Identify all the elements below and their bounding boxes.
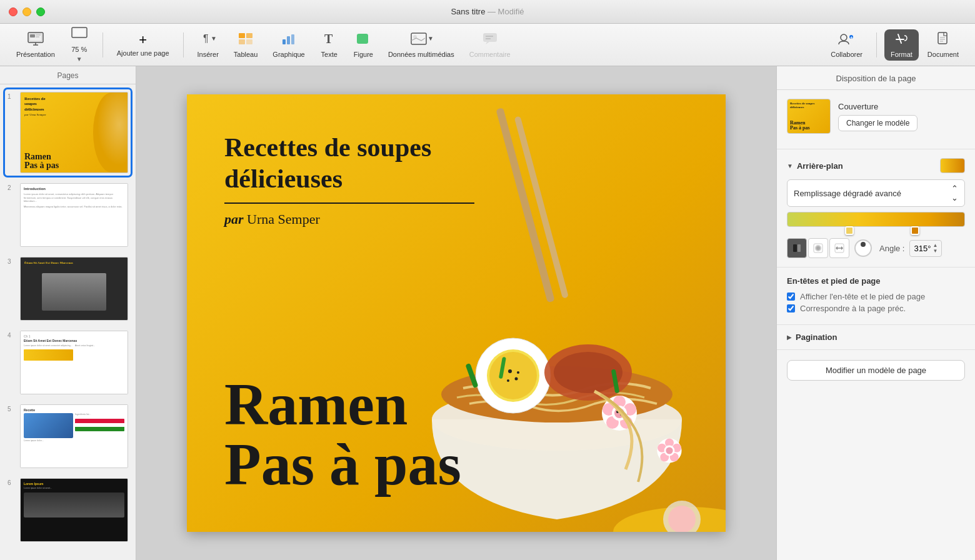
shape-icon bbox=[355, 32, 371, 48]
angle-indicator bbox=[861, 242, 866, 247]
angle-stepper[interactable]: ▲ ▼ bbox=[933, 243, 938, 254]
shape-button[interactable]: Figure bbox=[348, 29, 379, 61]
page-num-4: 4 bbox=[8, 332, 16, 339]
match-prev-checkbox[interactable] bbox=[787, 304, 795, 312]
svg-point-68 bbox=[666, 447, 672, 454]
page-thumb-5: Recette Lorem ipsum dolor... Ingredients… bbox=[20, 404, 128, 468]
text-label: Texte bbox=[321, 51, 338, 58]
angle-style-buttons bbox=[787, 238, 849, 258]
svg-text:▼: ▼ bbox=[428, 35, 432, 42]
angle-wheel[interactable] bbox=[854, 239, 872, 257]
cover-model-row: Recettes de soupes délicieuses RamenPas … bbox=[787, 99, 965, 134]
pagination-section[interactable]: ▶ Pagination bbox=[777, 325, 975, 350]
page-item-4[interactable]: 4 Ch 1 Etiam Sit Amet Est Donec Marcenas… bbox=[5, 328, 131, 397]
pages-list: 1 Recettes de soupes délicieuses par Urn… bbox=[0, 84, 136, 560]
right-panel: Disposition de la page Recettes de soupe… bbox=[776, 66, 975, 560]
document-icon bbox=[935, 32, 951, 48]
svg-rect-4 bbox=[30, 34, 35, 38]
text-icon: T bbox=[321, 32, 338, 48]
headers-title: En-têtes et pied de page bbox=[787, 276, 965, 286]
svg-point-43 bbox=[507, 379, 509, 382]
close-button[interactable] bbox=[9, 8, 18, 16]
collaborate-label: Collaborer bbox=[831, 51, 862, 58]
fullscreen-button[interactable] bbox=[36, 8, 45, 16]
gradient-direction-btn[interactable] bbox=[829, 238, 849, 258]
cover-thumbnail: Recettes de soupes délicieuses RamenPas … bbox=[787, 99, 831, 134]
comment-button[interactable]: Commentaire bbox=[463, 29, 517, 61]
chart-icon bbox=[281, 32, 297, 48]
angle-up[interactable]: ▲ bbox=[933, 243, 938, 248]
show-header-row: Afficher l'en-tête et le pied de page bbox=[787, 292, 965, 301]
svg-point-77 bbox=[816, 246, 820, 250]
format-label: Format bbox=[891, 51, 912, 58]
cover-text-area: Recettes de soupes délicieuses par Urna … bbox=[224, 132, 474, 228]
background-color-swatch[interactable] bbox=[940, 158, 965, 173]
cover-divider bbox=[224, 202, 474, 204]
separator-2 bbox=[183, 32, 184, 58]
add-page-button[interactable]: + Ajouter une page bbox=[111, 31, 176, 59]
page-thumb-1: Recettes de soupes délicieuses par Urna … bbox=[20, 92, 128, 173]
gradient-bar-container bbox=[787, 212, 965, 227]
svg-point-42 bbox=[515, 378, 518, 381]
page-item-3[interactable]: 3 Étiam Sit Amet Est Donec Marcenas bbox=[5, 254, 131, 323]
modify-model-button[interactable]: Modifier un modèle de page bbox=[787, 360, 965, 381]
zoom-button[interactable]: 75 % ▼ bbox=[64, 24, 95, 65]
svg-rect-73 bbox=[793, 244, 797, 252]
pages-header: Pages bbox=[0, 66, 136, 84]
minimize-button[interactable] bbox=[22, 8, 31, 16]
page-item-5[interactable]: 5 Recette Lorem ipsum dolor... Ingredien… bbox=[5, 402, 131, 471]
media-button[interactable]: ▼ Données multimédias bbox=[382, 29, 461, 61]
pagination-chevron: ▶ bbox=[787, 334, 792, 341]
page-thumb-4: Ch 1 Etiam Sit Amet Est Donec Marcenas L… bbox=[20, 331, 128, 394]
chart-label: Graphique bbox=[272, 51, 304, 58]
gradient-stop-orange[interactable] bbox=[911, 226, 919, 235]
page-item-2[interactable]: 2 Introduction Lorem ipsum dolor sit ame… bbox=[5, 181, 131, 249]
angle-down[interactable]: ▼ bbox=[933, 249, 938, 254]
presentation-button[interactable]: Présentation bbox=[10, 29, 61, 61]
show-header-checkbox[interactable] bbox=[787, 292, 795, 301]
cover-big-title: Ramen Pas à pas bbox=[224, 374, 461, 494]
svg-text:¶: ¶ bbox=[203, 33, 209, 44]
svg-rect-8 bbox=[73, 29, 86, 36]
angle-value-input[interactable]: 315° ▲ ▼ bbox=[909, 240, 942, 257]
svg-point-71 bbox=[668, 506, 696, 532]
document-button[interactable]: Document bbox=[921, 29, 965, 61]
media-label: Données multimédias bbox=[388, 51, 454, 58]
show-header-label[interactable]: Afficher l'en-tête et le pied de page bbox=[800, 292, 925, 301]
chart-button[interactable]: Graphique bbox=[266, 29, 311, 61]
match-prev-label[interactable]: Correspondre à la page préc. bbox=[800, 304, 906, 313]
collaborate-button[interactable]: + Collaborer bbox=[824, 29, 869, 61]
background-section: ▼ Arrière-plan Remplissage dégradé avanc… bbox=[777, 149, 975, 268]
insert-label: Insérer bbox=[198, 51, 219, 58]
svg-rect-16 bbox=[287, 36, 290, 44]
text-button[interactable]: T Texte bbox=[314, 29, 345, 61]
svg-text:+: + bbox=[850, 35, 853, 41]
gradient-stop-yellow[interactable] bbox=[845, 226, 854, 235]
cover-bottom-text: Ramen Pas à pas bbox=[224, 374, 461, 494]
table-button[interactable]: Tableau bbox=[228, 29, 264, 61]
cover-model-name: Couverture bbox=[838, 102, 918, 111]
change-model-button[interactable]: Changer le modèle bbox=[838, 115, 918, 131]
gradient-linear-btn[interactable] bbox=[787, 238, 807, 258]
page-num-6: 6 bbox=[8, 479, 16, 486]
svg-rect-29 bbox=[938, 32, 947, 44]
cover-model-section: Recettes de soupes délicieuses RamenPas … bbox=[777, 90, 975, 149]
format-button[interactable]: Format bbox=[884, 29, 919, 61]
background-chevron: ▼ bbox=[787, 162, 793, 169]
fill-type-dropdown[interactable]: Remplissage dégradé avancé ⌃⌄ bbox=[787, 179, 965, 207]
gradient-bar[interactable] bbox=[787, 212, 965, 227]
angle-label: Angle : bbox=[879, 244, 904, 253]
page-item-6[interactable]: 6 Lorem Ipsum Lorem ipsum dolor sit amet… bbox=[5, 476, 131, 544]
cover-background: Recettes de soupes délicieuses par Urna … bbox=[187, 94, 726, 532]
table-label: Tableau bbox=[234, 51, 258, 58]
page-item-1[interactable]: 1 Recettes de soupes délicieuses par Urn… bbox=[5, 89, 131, 176]
svg-rect-6 bbox=[36, 36, 39, 38]
gradient-radial-btn[interactable] bbox=[808, 238, 828, 258]
main-area: Pages 1 Recettes de soupes délicieuses p… bbox=[0, 66, 975, 560]
svg-point-44 bbox=[517, 371, 519, 374]
canvas-area[interactable]: Recettes de soupes délicieuses par Urna … bbox=[136, 66, 776, 560]
svg-rect-5 bbox=[36, 34, 41, 36]
zoom-icon bbox=[71, 27, 88, 43]
insert-button[interactable]: ¶ ▼ Insérer bbox=[191, 29, 225, 61]
toolbar-right: + Collaborer Format bbox=[824, 29, 965, 61]
